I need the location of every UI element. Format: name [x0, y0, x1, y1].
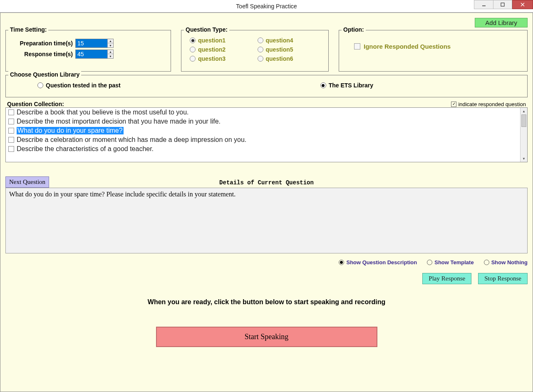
checkbox-icon[interactable] — [8, 137, 14, 143]
question-type-radio-5[interactable]: question5 — [258, 46, 320, 53]
details-box: What do you do in your spare time? Pleas… — [5, 188, 528, 253]
play-response-button[interactable]: Play Response — [422, 273, 471, 284]
minimize-button[interactable] — [474, 0, 493, 9]
start-speaking-button[interactable]: Start Speaking — [156, 327, 377, 347]
library-radio-past[interactable]: Question tested in the past — [37, 82, 121, 89]
option-legend: Option: — [342, 26, 366, 33]
time-setting-panel: Time Setting: Preparation time(s) ▲ ▼ Re… — [5, 30, 171, 72]
library-radio-ets[interactable]: The ETS Library — [320, 82, 373, 89]
list-item[interactable]: Describe a book that you believe is the … — [6, 108, 520, 117]
scroll-thumb[interactable] — [521, 114, 526, 127]
show-nothing-radio[interactable]: Show Nothing — [484, 259, 528, 265]
prep-time-up-button[interactable]: ▲ — [108, 39, 113, 43]
library-panel: Choose Question Library Question tested … — [5, 75, 528, 97]
question-collection-list[interactable]: Describe a book that you believe is the … — [5, 107, 528, 162]
maximize-button[interactable] — [493, 0, 512, 9]
prep-time-down-button[interactable]: ▼ — [108, 43, 113, 47]
window-title: Toefl Speaking Practice — [236, 3, 297, 10]
question-type-radio-6[interactable]: question6 — [258, 55, 320, 62]
list-item[interactable]: Describe the most important decision tha… — [6, 117, 520, 126]
question-type-radio-4[interactable]: question4 — [258, 37, 320, 44]
details-title: Details of Current Question — [5, 179, 528, 186]
svg-rect-1 — [501, 3, 504, 6]
checkbox-icon: ✓ — [451, 102, 456, 107]
question-type-legend: Question Type: — [184, 26, 229, 33]
checkbox-icon[interactable] — [8, 146, 14, 152]
checkbox-icon[interactable] — [8, 109, 14, 115]
resp-time-label: Response time(s) — [11, 51, 75, 57]
ignore-responded-label: Ignore Responded Questions — [364, 43, 451, 50]
time-setting-legend: Time Setting: — [8, 26, 48, 33]
title-bar: Toefl Speaking Practice — [0, 0, 533, 12]
question-type-radio-3[interactable]: question3 — [190, 55, 253, 62]
resp-time-down-button[interactable]: ▼ — [108, 54, 113, 58]
scroll-up-button[interactable]: ▲ — [521, 108, 527, 114]
indicate-responded-check[interactable]: ✓ indicate responded question — [451, 101, 526, 107]
option-panel: Option: Ignore Responded Questions — [339, 30, 528, 72]
list-item-label: Describe a book that you believe is the … — [17, 109, 189, 116]
add-library-button[interactable]: Add Library — [475, 18, 528, 27]
show-template-radio[interactable]: Show Template — [427, 259, 474, 265]
stop-response-button[interactable]: Stop Response — [478, 273, 528, 284]
list-item[interactable]: Describe the characteristics of a good t… — [6, 144, 520, 154]
list-item-label: What do you do in your spare time? — [17, 127, 124, 134]
list-item[interactable]: What do you do in your spare time? — [6, 126, 520, 135]
ignore-responded-check[interactable]: Ignore Responded Questions — [344, 37, 522, 50]
scroll-down-button[interactable]: ▼ — [521, 155, 527, 162]
question-type-panel: Question Type: question1 question4 quest… — [181, 30, 329, 72]
question-type-radio-1[interactable]: question1 — [190, 37, 253, 44]
list-item-label: Describe a celebration or moment which h… — [17, 136, 246, 144]
prep-time-label: Preparation time(s) — [11, 40, 75, 47]
question-type-radio-2[interactable]: question2 — [190, 46, 253, 53]
checkbox-icon — [354, 43, 360, 50]
close-button[interactable] — [512, 0, 533, 9]
list-item-label: Describe the characteristics of a good t… — [17, 145, 154, 153]
prep-time-input[interactable] — [76, 39, 107, 47]
resp-time-up-button[interactable]: ▲ — [108, 50, 113, 54]
collection-label: Question Collection: — [7, 101, 64, 107]
ready-text: When you are ready, click the button bel… — [5, 298, 528, 306]
checkbox-icon[interactable] — [8, 128, 14, 134]
resp-time-input[interactable] — [76, 50, 107, 58]
next-question-button[interactable]: Next Question — [5, 176, 49, 188]
list-item[interactable]: Describe a celebration or moment which h… — [6, 135, 520, 144]
list-item-label: Describe the most important decision tha… — [17, 118, 221, 125]
library-legend: Choose Question Library — [8, 71, 81, 78]
scrollbar[interactable]: ▲ ▼ — [520, 108, 527, 162]
show-description-radio[interactable]: Show Question Description — [339, 259, 417, 265]
checkbox-icon[interactable] — [8, 119, 14, 124]
